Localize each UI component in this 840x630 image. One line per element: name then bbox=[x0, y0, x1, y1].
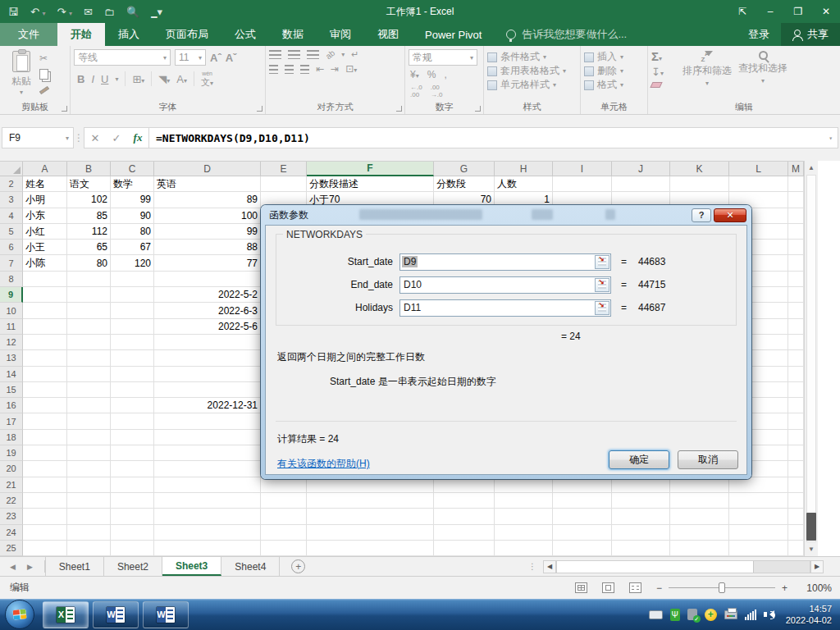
grid-cell-B4[interactable]: 85 bbox=[67, 208, 111, 224]
grid-cell-A10[interactable] bbox=[23, 303, 67, 318]
grid-cell-I22[interactable] bbox=[553, 493, 612, 509]
grid-cell-H25[interactable] bbox=[495, 541, 553, 556]
column-header-G[interactable]: G bbox=[434, 162, 495, 176]
grid-cell-A20[interactable] bbox=[23, 461, 67, 477]
dialog-title-bar[interactable]: 函数参数 ? ✕ bbox=[261, 205, 751, 225]
grid-cell-B20[interactable] bbox=[67, 461, 111, 477]
phonetic-guide-icon[interactable]: wén文▾ bbox=[201, 70, 213, 88]
grid-cell-B23[interactable] bbox=[67, 509, 111, 524]
row-header-25[interactable]: 25 bbox=[0, 541, 23, 556]
grid-cell-B22[interactable] bbox=[67, 493, 111, 509]
tray-volume-icon[interactable] bbox=[764, 609, 775, 619]
grid-cell-B3[interactable]: 102 bbox=[67, 192, 111, 208]
grid-cell-M3[interactable] bbox=[788, 192, 804, 208]
align-left-icon[interactable] bbox=[269, 65, 278, 74]
grid-cell-A19[interactable] bbox=[23, 445, 67, 461]
align-middle-icon[interactable] bbox=[288, 50, 300, 59]
row-header-22[interactable]: 22 bbox=[0, 493, 23, 509]
increase-decimal-icon[interactable]: ←.0.00 bbox=[410, 84, 422, 98]
tab-视图[interactable]: 视图 bbox=[364, 23, 412, 46]
tell-me-box[interactable]: 告诉我您想要做什么... bbox=[506, 23, 627, 46]
grid-cell-B18[interactable] bbox=[67, 430, 111, 445]
cell-button[interactable]: 删除▾ bbox=[584, 64, 644, 78]
grid-cell-M15[interactable] bbox=[788, 382, 804, 398]
find-select-button[interactable]: 查找和选择 ▾ bbox=[738, 49, 788, 101]
grid-cell-I25[interactable] bbox=[553, 541, 612, 556]
row-header-9[interactable]: 9 bbox=[0, 287, 23, 303]
fill-color-icon[interactable]: ◥▾ bbox=[158, 73, 170, 85]
grid-cell-M21[interactable] bbox=[788, 477, 804, 493]
grid-cell-B8[interactable] bbox=[67, 272, 111, 287]
name-box[interactable]: F9 ▾ bbox=[2, 127, 74, 148]
grid-cell-A8[interactable] bbox=[23, 272, 67, 287]
grid-cell-C25[interactable] bbox=[111, 541, 154, 556]
grid-cell-L21[interactable] bbox=[729, 477, 788, 493]
grid-cell-C14[interactable] bbox=[111, 367, 154, 382]
grid-cell-M17[interactable] bbox=[788, 413, 804, 429]
grid-cell-M11[interactable] bbox=[788, 319, 804, 335]
new-sheet-button[interactable]: + bbox=[291, 559, 305, 573]
increase-indent-icon[interactable]: ⇥ bbox=[331, 63, 339, 75]
grid-cell-H23[interactable] bbox=[495, 509, 553, 524]
vertical-scroll-thumb[interactable] bbox=[806, 513, 816, 541]
taskbar-word-button-2[interactable]: W bbox=[143, 601, 189, 628]
grid-cell-M8[interactable] bbox=[788, 272, 804, 287]
grid-cell-F25[interactable] bbox=[307, 541, 434, 556]
grid-cell-D19[interactable] bbox=[154, 445, 261, 461]
sheet-tab-sheet2[interactable]: Sheet2 bbox=[104, 557, 162, 576]
grid-cell-D3[interactable]: 89 bbox=[154, 192, 261, 208]
row-header-4[interactable]: 4 bbox=[0, 208, 23, 224]
grid-cell-B2[interactable]: 语文 bbox=[67, 176, 111, 192]
font-size-select[interactable]: 11▾ bbox=[175, 49, 206, 66]
cut-icon[interactable]: ✂ bbox=[39, 52, 49, 64]
redo-icon[interactable]: ↷ ▾ bbox=[57, 6, 73, 18]
grid-cell-M16[interactable] bbox=[788, 398, 804, 413]
zoom-out-icon[interactable]: − bbox=[656, 582, 662, 594]
grid-cell-B9[interactable] bbox=[67, 287, 111, 303]
argument-input-end_date[interactable]: D10 bbox=[399, 276, 611, 294]
grid-cell-G21[interactable] bbox=[434, 477, 495, 493]
align-bottom-icon[interactable] bbox=[307, 50, 319, 59]
dialog-close-button[interactable]: ✕ bbox=[714, 208, 746, 222]
grid-cell-D24[interactable] bbox=[154, 525, 261, 541]
grid-cell-M4[interactable] bbox=[788, 208, 804, 224]
grid-cell-A3[interactable]: 小明 bbox=[23, 192, 67, 208]
alignment-dialog-launcher-icon[interactable] bbox=[396, 106, 402, 112]
decrease-indent-icon[interactable]: ⇤ bbox=[316, 63, 324, 75]
row-header-24[interactable]: 24 bbox=[0, 525, 23, 541]
grid-cell-M19[interactable] bbox=[788, 445, 804, 461]
grid-cell-B25[interactable] bbox=[67, 541, 111, 556]
restore-button[interactable]: ❐ bbox=[784, 0, 812, 23]
tab-审阅[interactable]: 审阅 bbox=[317, 23, 364, 46]
grid-cell-B14[interactable] bbox=[67, 367, 111, 382]
grid-cell-C11[interactable] bbox=[111, 319, 154, 335]
grid-cell-B5[interactable]: 112 bbox=[67, 224, 111, 240]
tray-antivirus-icon[interactable]: + bbox=[705, 609, 717, 621]
grid-cell-L23[interactable] bbox=[729, 509, 788, 524]
borders-icon[interactable]: ⊞▾ bbox=[132, 73, 144, 85]
splitter-handle[interactable]: ⋮ bbox=[528, 562, 536, 571]
tab-file[interactable]: 文件 bbox=[0, 23, 57, 46]
minimize-button[interactable]: – bbox=[756, 0, 784, 23]
clear-icon[interactable] bbox=[650, 82, 662, 88]
insert-function-icon[interactable]: fx bbox=[127, 131, 148, 144]
grid-cell-C17[interactable] bbox=[111, 413, 154, 429]
grid-cell-M14[interactable] bbox=[788, 367, 804, 382]
grid-cell-F2[interactable]: 分数段描述 bbox=[307, 176, 434, 192]
normal-view-icon[interactable] bbox=[575, 582, 587, 593]
column-header-K[interactable]: K bbox=[670, 162, 729, 176]
grid-cell-A25[interactable] bbox=[23, 541, 67, 556]
grid-cell-I2[interactable] bbox=[553, 176, 612, 192]
tray-keyboard-icon[interactable] bbox=[649, 610, 663, 619]
tab-插入[interactable]: 插入 bbox=[105, 23, 153, 46]
grid-cell-B13[interactable] bbox=[67, 350, 111, 366]
login-button[interactable]: 登录 bbox=[737, 23, 781, 46]
grid-cell-C8[interactable] bbox=[111, 272, 154, 287]
grid-cell-D6[interactable]: 88 bbox=[154, 240, 261, 255]
grid-cell-D13[interactable] bbox=[154, 350, 261, 366]
row-header-16[interactable]: 16 bbox=[0, 398, 23, 413]
grid-cell-D7[interactable]: 77 bbox=[154, 255, 261, 271]
grid-cell-C15[interactable] bbox=[111, 382, 154, 398]
sheet-nav-left-icon[interactable]: ◀ bbox=[10, 563, 16, 571]
enter-entry-icon[interactable]: ✓ bbox=[106, 132, 127, 144]
